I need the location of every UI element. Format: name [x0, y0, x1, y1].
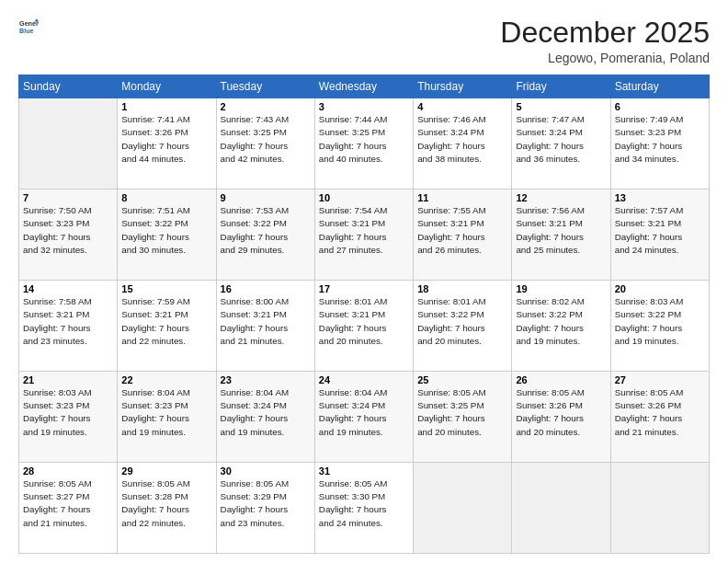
day-info: Sunrise: 8:05 AM Sunset: 3:29 PM Dayligh…	[221, 477, 311, 530]
header: General Blue December 2025 Legowo, Pomer…	[18, 17, 710, 65]
svg-text:Blue: Blue	[19, 28, 34, 35]
table-row: 2Sunrise: 7:43 AM Sunset: 3:25 PM Daylig…	[216, 98, 314, 190]
title-block: December 2025 Legowo, Pomerania, Poland	[500, 17, 710, 65]
col-friday: Friday	[512, 75, 610, 98]
day-number: 13	[615, 192, 705, 203]
day-info: Sunrise: 7:51 AM Sunset: 3:22 PM Dayligh…	[121, 204, 211, 257]
table-row: 16Sunrise: 8:00 AM Sunset: 3:21 PM Dayli…	[216, 281, 314, 372]
day-info: Sunrise: 8:03 AM Sunset: 3:23 PM Dayligh…	[23, 386, 113, 439]
day-number: 22	[121, 374, 211, 385]
day-info: Sunrise: 7:44 AM Sunset: 3:25 PM Dayligh…	[319, 113, 409, 166]
day-info: Sunrise: 8:04 AM Sunset: 3:24 PM Dayligh…	[319, 386, 409, 439]
day-number: 21	[23, 374, 113, 385]
day-info: Sunrise: 7:54 AM Sunset: 3:21 PM Dayligh…	[319, 204, 409, 257]
table-row: 5Sunrise: 7:47 AM Sunset: 3:24 PM Daylig…	[512, 98, 610, 190]
day-number: 20	[615, 283, 705, 294]
calendar-header-row: Sunday Monday Tuesday Wednesday Thursday…	[19, 75, 710, 98]
day-number: 11	[417, 192, 507, 203]
day-info: Sunrise: 7:46 AM Sunset: 3:24 PM Dayligh…	[417, 113, 507, 166]
day-number: 23	[221, 374, 311, 385]
day-info: Sunrise: 7:50 AM Sunset: 3:23 PM Dayligh…	[23, 204, 113, 257]
col-monday: Monday	[118, 75, 216, 98]
logo: General Blue	[18, 17, 39, 37]
day-info: Sunrise: 8:05 AM Sunset: 3:25 PM Dayligh…	[417, 386, 507, 439]
day-info: Sunrise: 8:05 AM Sunset: 3:26 PM Dayligh…	[516, 386, 606, 439]
calendar-week-row: 14Sunrise: 7:58 AM Sunset: 3:21 PM Dayli…	[19, 281, 710, 372]
day-info: Sunrise: 8:05 AM Sunset: 3:27 PM Dayligh…	[23, 477, 113, 530]
day-number: 2	[221, 101, 311, 112]
day-info: Sunrise: 7:49 AM Sunset: 3:23 PM Dayligh…	[615, 113, 705, 166]
table-row: 25Sunrise: 8:05 AM Sunset: 3:25 PM Dayli…	[414, 372, 512, 463]
day-number: 5	[516, 101, 606, 112]
table-row	[414, 463, 512, 554]
table-row: 18Sunrise: 8:01 AM Sunset: 3:22 PM Dayli…	[414, 281, 512, 372]
table-row: 20Sunrise: 8:03 AM Sunset: 3:22 PM Dayli…	[610, 281, 709, 372]
table-row: 29Sunrise: 8:05 AM Sunset: 3:28 PM Dayli…	[118, 463, 216, 554]
day-number: 27	[615, 374, 705, 385]
table-row: 19Sunrise: 8:02 AM Sunset: 3:22 PM Dayli…	[512, 281, 610, 372]
table-row: 27Sunrise: 8:05 AM Sunset: 3:26 PM Dayli…	[610, 372, 709, 463]
table-row: 6Sunrise: 7:49 AM Sunset: 3:23 PM Daylig…	[610, 98, 709, 190]
day-info: Sunrise: 7:41 AM Sunset: 3:26 PM Dayligh…	[121, 113, 211, 166]
day-number: 7	[23, 192, 113, 203]
day-info: Sunrise: 7:59 AM Sunset: 3:21 PM Dayligh…	[121, 295, 211, 348]
day-number: 26	[516, 374, 606, 385]
table-row: 13Sunrise: 7:57 AM Sunset: 3:21 PM Dayli…	[610, 190, 709, 281]
table-row: 12Sunrise: 7:56 AM Sunset: 3:21 PM Dayli…	[512, 190, 610, 281]
calendar-week-row: 21Sunrise: 8:03 AM Sunset: 3:23 PM Dayli…	[19, 372, 710, 463]
table-row: 3Sunrise: 7:44 AM Sunset: 3:25 PM Daylig…	[314, 98, 413, 190]
day-number: 18	[417, 283, 507, 294]
col-thursday: Thursday	[414, 75, 512, 98]
day-info: Sunrise: 8:05 AM Sunset: 3:28 PM Dayligh…	[121, 477, 211, 530]
day-number: 3	[319, 101, 409, 112]
day-number: 12	[516, 192, 606, 203]
day-info: Sunrise: 8:01 AM Sunset: 3:21 PM Dayligh…	[319, 295, 409, 348]
table-row: 28Sunrise: 8:05 AM Sunset: 3:27 PM Dayli…	[19, 463, 118, 554]
day-info: Sunrise: 8:05 AM Sunset: 3:26 PM Dayligh…	[615, 386, 705, 439]
day-info: Sunrise: 7:47 AM Sunset: 3:24 PM Dayligh…	[516, 113, 606, 166]
table-row: 21Sunrise: 8:03 AM Sunset: 3:23 PM Dayli…	[19, 372, 118, 463]
day-number: 4	[417, 101, 507, 112]
day-number: 16	[221, 283, 311, 294]
day-info: Sunrise: 7:55 AM Sunset: 3:21 PM Dayligh…	[417, 204, 507, 257]
table-row: 15Sunrise: 7:59 AM Sunset: 3:21 PM Dayli…	[118, 281, 216, 372]
table-row	[19, 98, 118, 190]
table-row: 17Sunrise: 8:01 AM Sunset: 3:21 PM Dayli…	[314, 281, 413, 372]
day-number: 6	[615, 101, 705, 112]
main-title: December 2025	[500, 17, 710, 49]
table-row: 22Sunrise: 8:04 AM Sunset: 3:23 PM Dayli…	[118, 372, 216, 463]
day-info: Sunrise: 7:56 AM Sunset: 3:21 PM Dayligh…	[516, 204, 606, 257]
calendar-table: Sunday Monday Tuesday Wednesday Thursday…	[18, 75, 710, 554]
day-info: Sunrise: 8:02 AM Sunset: 3:22 PM Dayligh…	[516, 295, 606, 348]
day-number: 10	[319, 192, 409, 203]
day-number: 31	[319, 465, 409, 477]
day-info: Sunrise: 8:01 AM Sunset: 3:22 PM Dayligh…	[417, 295, 507, 348]
day-info: Sunrise: 8:00 AM Sunset: 3:21 PM Dayligh…	[221, 295, 311, 348]
table-row	[512, 463, 610, 554]
col-saturday: Saturday	[610, 75, 709, 98]
day-number: 25	[417, 374, 507, 385]
calendar-week-row: 1Sunrise: 7:41 AM Sunset: 3:26 PM Daylig…	[19, 98, 710, 190]
table-row: 7Sunrise: 7:50 AM Sunset: 3:23 PM Daylig…	[19, 190, 118, 281]
table-row: 23Sunrise: 8:04 AM Sunset: 3:24 PM Dayli…	[216, 372, 314, 463]
table-row: 14Sunrise: 7:58 AM Sunset: 3:21 PM Dayli…	[19, 281, 118, 372]
table-row: 24Sunrise: 8:04 AM Sunset: 3:24 PM Dayli…	[314, 372, 413, 463]
day-info: Sunrise: 8:04 AM Sunset: 3:24 PM Dayligh…	[221, 386, 311, 439]
col-wednesday: Wednesday	[314, 75, 413, 98]
table-row: 9Sunrise: 7:53 AM Sunset: 3:22 PM Daylig…	[216, 190, 314, 281]
table-row: 30Sunrise: 8:05 AM Sunset: 3:29 PM Dayli…	[216, 463, 314, 554]
day-info: Sunrise: 7:57 AM Sunset: 3:21 PM Dayligh…	[615, 204, 705, 257]
table-row: 11Sunrise: 7:55 AM Sunset: 3:21 PM Dayli…	[414, 190, 512, 281]
day-number: 15	[121, 283, 211, 294]
table-row: 4Sunrise: 7:46 AM Sunset: 3:24 PM Daylig…	[414, 98, 512, 190]
table-row: 10Sunrise: 7:54 AM Sunset: 3:21 PM Dayli…	[314, 190, 413, 281]
day-number: 14	[23, 283, 113, 294]
logo-icon: General Blue	[18, 17, 39, 37]
table-row: 26Sunrise: 8:05 AM Sunset: 3:26 PM Dayli…	[512, 372, 610, 463]
day-info: Sunrise: 8:04 AM Sunset: 3:23 PM Dayligh…	[121, 386, 211, 439]
day-info: Sunrise: 8:05 AM Sunset: 3:30 PM Dayligh…	[319, 477, 409, 530]
day-number: 17	[319, 283, 409, 294]
day-info: Sunrise: 7:43 AM Sunset: 3:25 PM Dayligh…	[221, 113, 311, 166]
col-tuesday: Tuesday	[216, 75, 314, 98]
calendar-week-row: 7Sunrise: 7:50 AM Sunset: 3:23 PM Daylig…	[19, 190, 710, 281]
